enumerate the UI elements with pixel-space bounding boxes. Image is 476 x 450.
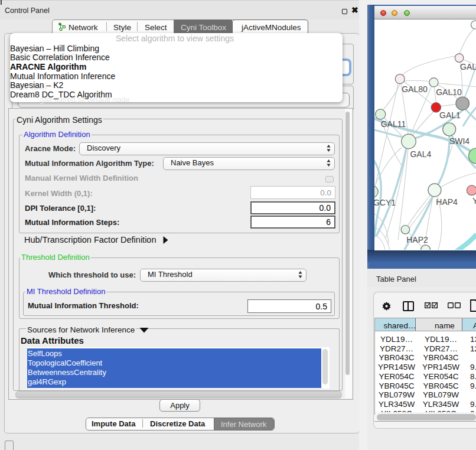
svg-text:SWI4: SWI4 xyxy=(449,136,470,146)
svg-text:GCY1: GCY1 xyxy=(374,198,396,207)
svg-text:GAL4: GAL4 xyxy=(410,149,431,159)
svg-text:GAL11: GAL11 xyxy=(381,119,406,129)
svg-text:GAL8: GAL8 xyxy=(460,62,476,71)
svg-text:GAL1: GAL1 xyxy=(439,110,461,120)
svg-text:GAL80: GAL80 xyxy=(402,84,428,94)
svg-text:GAL10: GAL10 xyxy=(436,87,462,97)
svg-text:Y: Y xyxy=(472,196,476,206)
svg-text:HAP2: HAP2 xyxy=(406,235,428,244)
svg-text:HAP4: HAP4 xyxy=(436,197,458,207)
